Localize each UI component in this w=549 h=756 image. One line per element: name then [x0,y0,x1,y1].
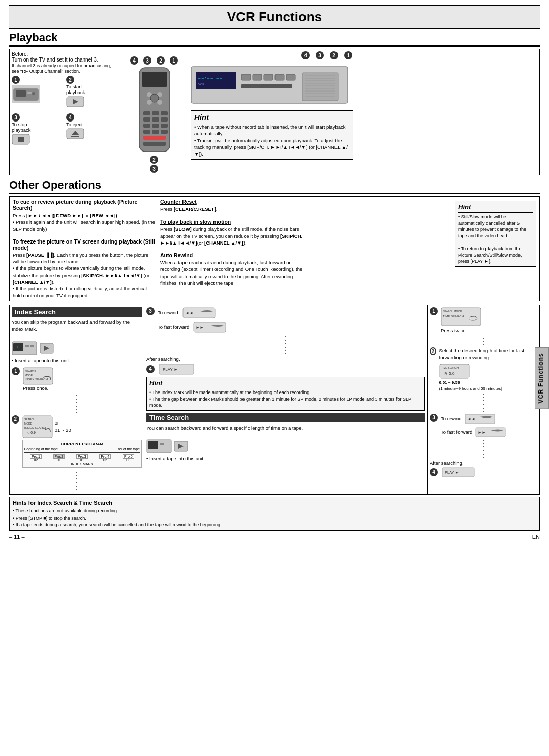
arrow-mid-1: ⋮ [146,335,425,344]
time-search-col: 1 SEARCH MODE TIME SEARCH Press twice. ⋮… [428,305,539,494]
svg-text:INDEX SEARCH: INDEX SEARCH [25,378,48,381]
idx-step3: 3 To rewind ◄◄ To fast forward [146,307,425,333]
svg-rect-25 [152,124,159,128]
svg-rect-38 [264,74,273,80]
bottom-section: Index Search You can skip the program ba… [9,305,540,495]
fwd-label: To fast forward [158,324,189,330]
time-rewind-label: To rewind [441,416,462,421]
time-step3-badge: 3 [430,414,438,422]
d1: 02 [34,458,38,462]
section-other-title: Other Operations [9,178,540,194]
svg-text:– – : – – : – –: – – : – – : – – [198,76,222,80]
hints-b1: • These functions are not available duri… [13,508,536,515]
svg-text:PLAY ►: PLAY ► [163,367,178,372]
svg-text:SEARCH: SEARCH [25,370,36,373]
index-vcr-2 [39,341,54,356]
svg-rect-33 [196,72,236,89]
tv-badge-2: 2 [330,51,338,59]
svg-text:►►: ►► [478,430,486,435]
index-search-title: Index Search [12,307,142,317]
page: VCR Functions Playback Before: Turn on t… [0,0,549,756]
end-label: End of the tape [116,447,140,451]
svg-rect-1 [16,90,26,97]
svg-text:– –:– –: – –:– – [14,345,22,348]
step3-badge: 3 [12,113,20,122]
svg-point-17 [150,94,159,102]
svg-rect-77 [160,443,164,445]
idx-step1-badge: 1 [12,367,20,375]
time-play-btn: PLAY ► [442,467,475,477]
ops-heading2: To freeze the picture on TV screen durin… [13,238,156,251]
step-3: 3 To stopplayback [12,113,64,149]
fwd-row: To fast forward ►► [158,322,226,333]
page-title: VCR Functions [9,5,540,29]
hints-bottom-title: Hints for Index Search & Time Search [13,499,536,507]
diagram-label: CURRENT PROGRAM [24,442,140,446]
pro5: Pro.5 [123,454,134,459]
arrow-mid-2: ⋮ [146,346,425,355]
other-ops-section: To cue or review picture during playback… [9,196,540,301]
svg-text:PLAY ►: PLAY ► [445,470,459,475]
vcr-device-img: – – : – – : – – VCR [191,62,348,107]
tv-badge-4: 4 [301,51,310,59]
index-search-text1: You can skip the program backward and fo… [12,319,142,334]
ops-text2c: • If the picture is distorted or rolling… [13,285,156,299]
idx-hint: Hint • The Index Mark will be made autom… [146,377,425,411]
time-vcr-1: – –:– – [146,439,172,453]
mid-step2-label: 2 [150,156,159,164]
svg-text:TIME SEARCH: TIME SEARCH [443,315,464,318]
svg-rect-41 [241,84,292,88]
after-searching-label: After searching, [146,356,425,362]
svg-text:INDEX SEARCH: INDEX SEARCH [24,426,47,429]
d2: 01 [57,458,61,462]
svg-rect-10 [71,136,79,137]
vcr-device-1 [12,85,40,103]
time-arrow-1: ⋮ [430,337,537,346]
time-step4: 4 PLAY ► [430,467,537,477]
playback-left: Before: Turn on the TV and set it to cha… [12,51,118,149]
idx-hint-b1: • The Index Mark will be made automatica… [149,389,422,396]
svg-text:◄◄: ◄◄ [467,417,475,421]
time-arrow-3: ⋮ [430,403,537,412]
time-search-title: Time Search [146,413,425,422]
svg-rect-55 [25,345,29,347]
time-fwd-label: To fast forward [441,429,472,435]
footer-lang: EN [532,534,540,540]
play-btn-4: PLAY ► [159,364,194,375]
rewind-img: ◄◄ [182,307,216,318]
svg-rect-37 [253,74,262,80]
index-vcr-1: – –:– – [12,341,37,356]
mid-badge-3: 3 [143,56,151,65]
time-arrow-4: ⋮ [430,439,537,448]
playback-hint: Hint • When a tape without record tab is… [191,110,353,160]
mid2: 2 [150,156,158,164]
pro3: Pro.3 [76,454,88,459]
time-step3: 3 To rewind ◄◄ To fast forward [430,414,537,437]
playback-right: 4 3 2 1 – – : – – : – – VCR [191,51,353,160]
time-search-btn1: SEARCH MODE TIME SEARCH [441,307,481,326]
time-step4-badge: 4 [430,468,438,476]
arrow-down-4: ⋮ [12,481,142,491]
svg-rect-18 [143,111,150,115]
index-search-col: Index Search You can skip the program ba… [10,305,144,494]
counter-reset-text: Press [CLEAR/C.RESET]. [160,206,303,213]
idx-step4-badge: 4 [146,365,155,373]
svg-rect-40 [286,74,295,80]
mid3: 3 [150,165,158,173]
ops-text2a: Press [PAUSE ▐▐]. Each time you press th… [13,252,156,265]
pro2: Pro.2 [53,454,65,459]
svg-rect-23 [161,117,168,122]
step1-badge: 1 [12,76,20,84]
ops-heading1: To cue or review picture during playback… [13,199,156,211]
counter-reset-heading: Counter Reset [160,199,303,205]
hints-bottom: Hints for Index Search & Time Search • T… [9,497,540,531]
svg-text:VCR: VCR [198,83,205,86]
idx-or-label: or [55,419,71,427]
idx-step1-label: Press once. [23,385,53,392]
slow-motion-text: Press [SLOW] during playback or the stil… [160,226,303,246]
search-mode-btn: SEARCH MODE INDEX SEARCH [23,367,53,385]
mid-step3-label: 3 [150,165,159,173]
hint-title: Hint [194,113,350,122]
svg-rect-36 [241,74,251,80]
mid-badge-1: 1 [170,56,178,65]
